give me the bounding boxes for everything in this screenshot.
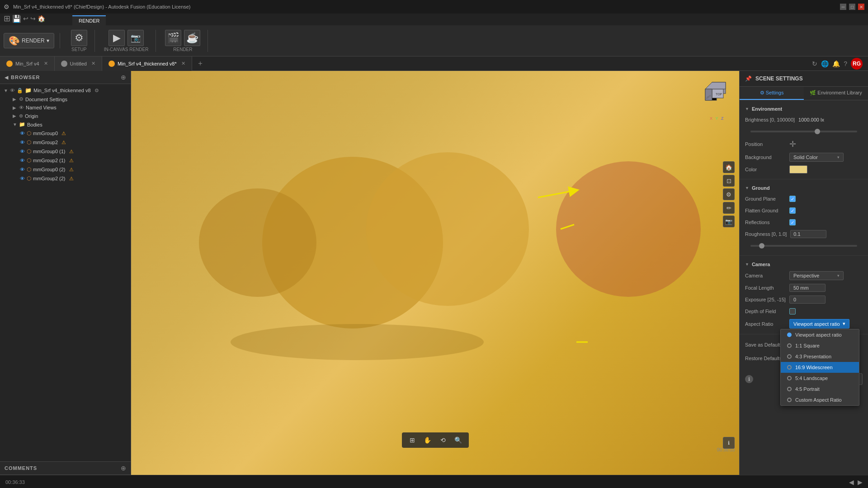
redo-icon[interactable]: ↪: [30, 15, 36, 22]
eye-icon-mg01[interactable]: 👁: [20, 149, 25, 154]
exposure-input[interactable]: 0: [789, 296, 826, 304]
render-cup-btn[interactable]: ☕: [184, 30, 200, 46]
brightness-slider[interactable]: [750, 131, 857, 132]
comments-add-icon[interactable]: ⊕: [121, 465, 126, 472]
tree-item-mmgroup2-2[interactable]: 👁 ⬡ mmGroup2 (2) ⚠: [0, 174, 131, 183]
tree-item-root[interactable]: ▼ 👁 🔒 📁 Min_Srf v4_thickenned v8 ⚙: [0, 86, 131, 95]
tree-item-mmgroup2[interactable]: 👁 ⬡ mmGroup2 ⚠: [0, 138, 131, 147]
undo-icon[interactable]: ↩: [23, 15, 28, 22]
viewport[interactable]: TOP LEFT X Y Z ⊞ ✋ ⟲ 🔍 00:36:33 ℹ 🏠 ⊡: [131, 71, 739, 475]
toolbar-settings-icon[interactable]: ⚙: [723, 188, 735, 200]
minimize-button[interactable]: ─: [840, 4, 846, 10]
environment-section-header[interactable]: ▼ Environment: [740, 104, 868, 114]
nav-cube[interactable]: TOP LEFT X Y Z: [703, 80, 730, 107]
grid-icon[interactable]: ⊞: [4, 14, 10, 23]
status-next-icon[interactable]: ▶: [858, 479, 863, 486]
roughness-slider-row: [740, 240, 868, 252]
brightness-thumb[interactable]: [815, 129, 820, 134]
ground-plane-checkbox[interactable]: ✓: [789, 196, 796, 202]
ribbon-tab-render[interactable]: RENDER: [72, 15, 106, 25]
dof-checkbox[interactable]: [789, 308, 796, 314]
tree-item-mmgroup2-1[interactable]: 👁 ⬡ mmGroup2 (1) ⚠: [0, 156, 131, 165]
aspect-option-viewport[interactable]: Viewport aspect ratio: [781, 329, 859, 340]
aspect-option-45[interactable]: 4:5 Portrait: [781, 384, 859, 394]
aspect-option-54[interactable]: 5:4 Landscape: [781, 373, 859, 384]
new-tab-button[interactable]: ＋: [192, 59, 208, 68]
aspect-option-43[interactable]: 4:3 Presentation: [781, 351, 859, 362]
back-icon[interactable]: ◀: [5, 75, 8, 80]
tree-item-mmgroup0[interactable]: 👁 ⬡ mmGroup0 ⚠: [0, 129, 131, 138]
eye-icon-mg0[interactable]: 👁: [20, 131, 25, 136]
position-crosshair-icon[interactable]: ✛: [789, 139, 796, 149]
roughness-input[interactable]: [790, 230, 826, 238]
tree-item-bodies[interactable]: ▼ 📁 Bodies: [0, 120, 131, 129]
close-tab-2[interactable]: ✕: [91, 61, 95, 66]
close-tab-3[interactable]: ✕: [181, 61, 185, 66]
arrow-icon-bodies: ▼: [13, 122, 17, 127]
background-dropdown[interactable]: Solid Color ▾: [789, 153, 844, 162]
viewport-info-btn[interactable]: ℹ: [723, 437, 735, 449]
tree-item-origin[interactable]: ▶ ⊕ Origin: [0, 112, 131, 120]
tab-browser-icon[interactable]: 🌐: [821, 60, 829, 67]
flatten-ground-checkbox[interactable]: ✓: [789, 207, 796, 214]
roughness-thumb[interactable]: [759, 243, 764, 249]
settings-folder-icon: ⚙: [19, 96, 24, 102]
tree-label-mg21: mmGroup2 (1): [33, 158, 66, 163]
toolbar-pencil-icon[interactable]: ✏: [723, 202, 735, 214]
doc-tab-1[interactable]: Min_Srf v4 ✕: [0, 56, 55, 71]
tab-environment-library[interactable]: 🌿 Environment Library: [804, 87, 868, 100]
in-canvas-icon-btn[interactable]: ▶: [108, 30, 125, 46]
color-swatch[interactable]: [789, 165, 807, 174]
save-icon[interactable]: 💾: [12, 14, 21, 23]
render-output-btn[interactable]: 🎬: [165, 30, 181, 46]
eye-icon-mg21[interactable]: 👁: [20, 158, 25, 163]
toolbar-camera-icon[interactable]: 📷: [723, 216, 735, 227]
tree-item-mmgroup0-1[interactable]: 👁 ⬡ mmGroup0 (1) ⚠: [0, 147, 131, 156]
settings-circle-icon[interactable]: ⚙: [94, 88, 99, 94]
focal-length-input[interactable]: 50 mm: [789, 284, 826, 292]
in-canvas-photo-btn[interactable]: 📷: [127, 30, 144, 46]
render-main-button[interactable]: 🎨 RENDER ▾: [4, 33, 54, 48]
tab-notify-icon[interactable]: 🔔: [832, 60, 840, 67]
aspect-option-custom[interactable]: Custom Aspect Ratio: [781, 394, 859, 405]
tab-settings[interactable]: ⚙ Settings: [740, 87, 804, 100]
eye-icon-root[interactable]: 👁: [10, 88, 15, 93]
close-tab-1[interactable]: ✕: [44, 61, 48, 66]
viewport-zoom-btn[interactable]: 🔍: [453, 434, 464, 446]
viewport-grid-btn[interactable]: ⊞: [406, 434, 418, 446]
status-prev-icon[interactable]: ◀: [849, 479, 854, 486]
tree-item-named-views[interactable]: ▶ 👁 Named Views: [0, 103, 131, 112]
camera-section-header[interactable]: ▼ Camera: [740, 259, 868, 269]
svg-point-3: [556, 161, 701, 297]
eye-icon-mg2[interactable]: 👁: [20, 140, 25, 145]
tab-help-icon[interactable]: ?: [844, 60, 847, 67]
setup-icon-btn[interactable]: ⚙: [71, 30, 87, 46]
user-avatar[interactable]: RG: [851, 58, 863, 70]
scene-settings-title: SCENE SETTINGS: [755, 75, 803, 82]
tree-item-doc-settings[interactable]: ▶ ⚙ Document Settings: [0, 95, 131, 103]
doc-tab-3[interactable]: Min_Srf v4_thickenned v8* ✕: [102, 56, 192, 71]
toolbar-home-icon[interactable]: 🏠: [723, 161, 735, 173]
close-button[interactable]: ✕: [858, 4, 864, 10]
tab-refresh-icon[interactable]: ↻: [812, 60, 817, 67]
reflections-checkbox[interactable]: ✓: [789, 219, 796, 225]
viewport-orbit-btn[interactable]: ⟲: [437, 434, 449, 446]
camera-dropdown[interactable]: Perspective ▾: [789, 271, 844, 280]
maximize-button[interactable]: □: [849, 4, 855, 10]
ground-section-header[interactable]: ▼ Ground: [740, 183, 868, 193]
viewport-pan-btn[interactable]: ✋: [422, 434, 434, 446]
roughness-slider[interactable]: [750, 245, 857, 247]
aspect-option-square[interactable]: 1:1 Square: [781, 340, 859, 351]
eye-icon-mg22[interactable]: 👁: [20, 176, 25, 181]
browser-settings-icon[interactable]: ⊕: [121, 74, 126, 81]
aspect-ratio-dropdown[interactable]: Viewport aspect ratio ▾: [789, 319, 849, 328]
ribbon-section-render: 🎬 ☕ RENDER: [165, 30, 208, 52]
exposure-row: Exposure [25, -15] 0: [740, 294, 868, 305]
toolbar-fit-icon[interactable]: ⊡: [723, 175, 735, 187]
doc-tab-2[interactable]: Untitled ✕: [55, 56, 102, 71]
eye-icon-mg02[interactable]: 👁: [20, 167, 25, 172]
tree-item-mmgroup0-2[interactable]: 👁 ⬡ mmGroup0 (2) ⚠: [0, 165, 131, 174]
home-icon[interactable]: 🏠: [38, 15, 45, 22]
aspect-option-169[interactable]: 16:9 Widescreen: [781, 362, 859, 373]
aspect-ratio-menu[interactable]: Viewport aspect ratio 1:1 Square 4:3 Pre…: [780, 329, 859, 406]
